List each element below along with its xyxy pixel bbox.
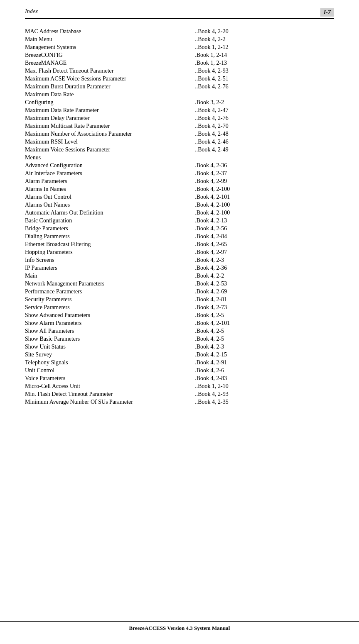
- entry-reference: ..Book 1, 2-10: [195, 382, 334, 390]
- entry-term: Hopping Parameters: [25, 248, 195, 256]
- list-item: Performance Parameters.Book 4, 2-69: [25, 288, 334, 295]
- entry-reference: .Book 4, 2-81: [195, 295, 334, 303]
- list-item: Telephony Signals.Book 4, 2-91: [25, 359, 334, 366]
- list-item: Show Basic Parameters.Book 4, 2-5: [25, 335, 334, 343]
- entry-term: Maximum ACSE Voice Sessions Parameter: [25, 75, 195, 83]
- header-title: Index: [25, 8, 38, 15]
- entry-reference: .Book 4, 2-53: [195, 280, 334, 288]
- list-item: Basic Configuration.Book 4, 2-13: [25, 217, 334, 224]
- entry-reference: [195, 154, 334, 161]
- entry-term: Site Survey: [25, 351, 195, 359]
- entry-term: Info Screens: [25, 256, 195, 264]
- list-item: Voice Parameters.Book 4, 2-83: [25, 374, 334, 382]
- entry-term: Maximum Burst Duration Parameter: [25, 83, 195, 90]
- page-footer: BreezeACCESS Version 4.3 System Manual: [0, 621, 359, 632]
- list-item: Show Advanced Parameters.Book 4, 2-5: [25, 311, 334, 319]
- entry-reference: .Book 4, 2-3: [195, 256, 334, 264]
- entry-reference: .Book 1, 2-13: [195, 59, 334, 67]
- entry-reference: .Book 4, 2-13: [195, 217, 334, 224]
- list-item: Ethernet Broadcast Filtering.Book 4, 2-6…: [25, 240, 334, 248]
- entry-term: Basic Configuration: [25, 217, 195, 224]
- entry-reference: ..Book 1, 2-12: [195, 43, 334, 51]
- entry-term: Alarm Parameters: [25, 177, 195, 185]
- entry-term: Network Management Parameters: [25, 280, 195, 288]
- entry-term: Micro-Cell Access Unit: [25, 382, 195, 390]
- list-item: Bridge Parameters.Book 4, 2-56: [25, 224, 334, 232]
- list-item: Maximum ACSE Voice Sessions Parameter..B…: [25, 75, 334, 83]
- list-item: Unit Control.Book 4, 2-6: [25, 366, 334, 374]
- entry-term: Minimum Average Number Of SUs Parameter: [25, 398, 195, 406]
- entry-term: Menus: [25, 154, 195, 161]
- entry-reference: ..Book 4, 2-51: [195, 75, 334, 83]
- entry-reference: .Book 4, 2-91: [195, 359, 334, 366]
- entry-reference: .Book 4, 2-100: [195, 185, 334, 193]
- entry-term: Service Parameters: [25, 303, 195, 311]
- entry-term: Show Advanced Parameters: [25, 311, 195, 319]
- entry-reference: .Book 4, 2-69: [195, 288, 334, 295]
- entry-term: Ethernet Broadcast Filtering: [25, 240, 195, 248]
- entry-term: Unit Control: [25, 366, 195, 374]
- footer-text: BreezeACCESS Version 4.3 System Manual: [129, 625, 230, 631]
- entry-reference: .Book 4, 2-36: [195, 161, 334, 169]
- list-item: Maximum Multicast Rate Parameter..Book 4…: [25, 122, 334, 130]
- entry-reference: .Book 4, 2-101: [195, 319, 334, 327]
- entry-term: IP Parameters: [25, 264, 195, 272]
- list-item: Security Parameters.Book 4, 2-81: [25, 295, 334, 303]
- list-item: Service Parameters.Book 4, 2-73: [25, 303, 334, 311]
- entry-reference: .Book 4, 2-83: [195, 374, 334, 382]
- entry-term: Performance Parameters: [25, 288, 195, 295]
- list-item: Hopping Parameters.Book 4, 2-97: [25, 248, 334, 256]
- list-item: Network Management Parameters.Book 4, 2-…: [25, 280, 334, 288]
- entry-term: Configuring: [25, 98, 195, 106]
- entry-term: Max. Flash Detect Timeout Parameter: [25, 67, 195, 75]
- entry-reference: .Book 4, 2-3: [195, 343, 334, 351]
- header-page: I-7: [320, 8, 334, 17]
- entry-term: Maximum Data Rate Parameter: [25, 106, 195, 114]
- entry-term: Management Systems: [25, 43, 195, 51]
- entry-term: Alarms Out Control: [25, 193, 195, 201]
- entry-term: Main Menu: [25, 35, 195, 43]
- list-item: Maximum Number of Associations Parameter…: [25, 130, 334, 138]
- list-item: Maximum Delay Parameter..Book 4, 2-76: [25, 114, 334, 122]
- entry-reference: ..Book 4, 2-76: [195, 114, 334, 122]
- entry-reference: .Book 4, 2-84: [195, 232, 334, 240]
- list-item: Micro-Cell Access Unit..Book 1, 2-10: [25, 382, 334, 390]
- entry-reference: .Book 4, 2-6: [195, 366, 334, 374]
- list-item: Minimum Average Number Of SUs Parameter.…: [25, 398, 334, 406]
- list-item: Info Screens.Book 4, 2-3: [25, 256, 334, 264]
- list-item: Management Systems..Book 1, 2-12: [25, 43, 334, 51]
- entry-term: Advanced Configuration: [25, 161, 195, 169]
- entry-reference: .Book 3, 2-2: [195, 98, 334, 106]
- entry-reference: ..Book 4, 2-76: [195, 83, 334, 90]
- entry-reference: .Book 4, 2-97: [195, 248, 334, 256]
- entry-reference: .Book 4, 2-65: [195, 240, 334, 248]
- entry-reference: ..Book 4, 2-93: [195, 67, 334, 75]
- list-item: Dialing Parameters.Book 4, 2-84: [25, 232, 334, 240]
- entry-term: Maximum Delay Parameter: [25, 114, 195, 122]
- list-item: Configuring.Book 3, 2-2: [25, 98, 334, 106]
- entry-term: Security Parameters: [25, 295, 195, 303]
- entry-term: Alarms In Names: [25, 185, 195, 193]
- entry-reference: .Book 4, 2-37: [195, 169, 334, 177]
- entry-term: Telephony Signals: [25, 359, 195, 366]
- list-item: Show Unit Status.Book 4, 2-3: [25, 343, 334, 351]
- entry-term: Maximum Data Rate: [25, 90, 195, 98]
- entry-term: Bridge Parameters: [25, 224, 195, 232]
- list-item: Alarms In Names.Book 4, 2-100: [25, 185, 334, 193]
- list-item: Maximum RSSI Level..Book 4, 2-46: [25, 138, 334, 146]
- entry-reference: ..Book 4, 2-49: [195, 146, 334, 154]
- list-item: Main Menu..Book 4, 2-2: [25, 35, 334, 43]
- entry-term: Maximum Multicast Rate Parameter: [25, 122, 195, 130]
- list-item: Advanced Configuration.Book 4, 2-36: [25, 161, 334, 169]
- list-item: Alarm Parameters.Book 4, 2-99: [25, 177, 334, 185]
- entry-reference: .Book 4, 2-101: [195, 193, 334, 201]
- list-item: Site Survey.Book 4, 2-15: [25, 351, 334, 359]
- entry-reference: ..Book 4, 2-70: [195, 122, 334, 130]
- list-item: Alarms Out Control.Book 4, 2-101: [25, 193, 334, 201]
- list-item: Show Alarm Parameters.Book 4, 2-101: [25, 319, 334, 327]
- entry-reference: ..Book 4, 2-48: [195, 130, 334, 138]
- entry-reference: ..Book 4, 2-47: [195, 106, 334, 114]
- entry-term: Main: [25, 272, 195, 280]
- entry-term: BreezeCONFIG: [25, 51, 195, 59]
- entry-reference: ..Book 4, 2-35: [195, 398, 334, 406]
